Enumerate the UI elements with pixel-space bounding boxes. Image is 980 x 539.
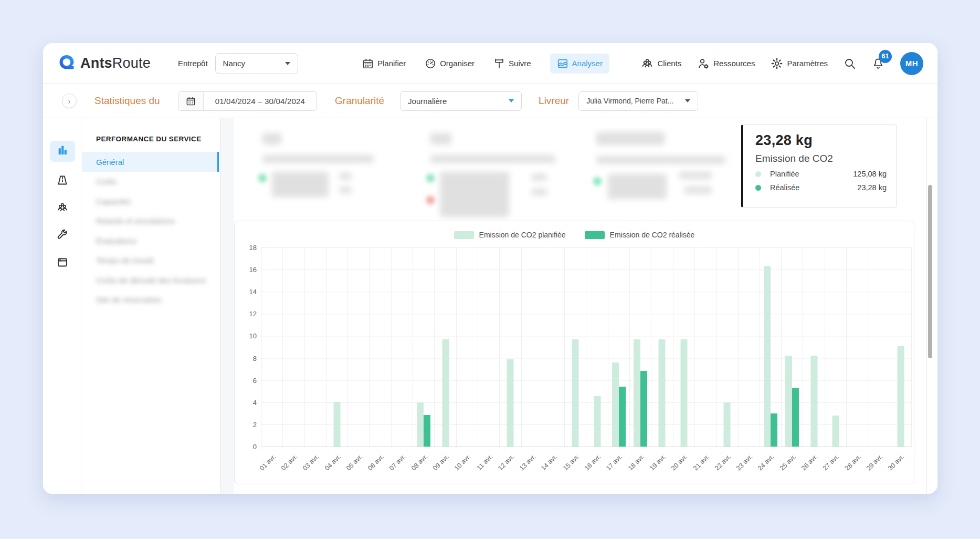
nav-item-clients[interactable]: Clients xyxy=(641,57,681,70)
brand-name: AntsRoute xyxy=(80,55,151,71)
chart-column-20: 20 avr. xyxy=(673,247,695,447)
kpi-card-blurred-2 xyxy=(427,129,585,215)
x-axis-tick-label: 01 avr. xyxy=(258,453,277,472)
x-axis-tick-label: 27 avr. xyxy=(821,453,840,472)
x-axis-tick-label: 16 avr. xyxy=(583,453,602,472)
sidebar-item-g-n-ral[interactable]: Général xyxy=(82,152,219,172)
x-axis-tick-label: 21 avr. xyxy=(692,453,711,472)
sidebar-menu: PERFORMANCE DU SERVICE GénéralCoûtsCapac… xyxy=(81,118,220,494)
warehouse-label: Entrepôt xyxy=(178,59,208,68)
bar-group xyxy=(724,402,731,447)
avatar[interactable]: MH xyxy=(900,52,923,75)
co2-legend-rows: Planifiée125,08 kgRéalisée23,28 kg xyxy=(755,170,887,192)
chart-legend-entry: Emission de CO2 planifiée xyxy=(454,231,566,239)
bar-planned[interactable] xyxy=(507,359,514,447)
bar-realized[interactable] xyxy=(771,413,777,447)
rail-item-box[interactable] xyxy=(50,253,75,274)
gauge-icon xyxy=(425,58,436,69)
granularity-value: Journalière xyxy=(408,97,447,106)
chart-plot-area: 18161412108642001 avr.02 avr.03 avr.04 a… xyxy=(261,247,912,447)
chevron-right-icon: › xyxy=(68,97,71,106)
nav-item-ressources[interactable]: Ressources xyxy=(697,57,755,70)
bar-planned[interactable] xyxy=(442,339,449,447)
search-button[interactable] xyxy=(844,57,856,70)
chart-column-17: 17 avr. xyxy=(608,247,630,447)
sidebar-item-co-ts-de-d-roul-des-livraisons[interactable]: Coûts de déroulé des livraisons xyxy=(82,270,219,290)
bar-planned[interactable] xyxy=(572,339,579,447)
sidebar-item-label: Général xyxy=(96,158,124,167)
collapse-panel-button[interactable]: › xyxy=(62,94,77,108)
bar-planned[interactable] xyxy=(810,356,817,447)
y-axis-tick-label: 4 xyxy=(253,398,257,406)
nav-item-parametres[interactable]: Paramètres xyxy=(771,57,828,70)
chart-column-02: 02 avr. xyxy=(283,247,304,447)
x-axis-tick-label: 04 avr. xyxy=(323,453,342,472)
x-axis-tick-label: 17 avr. xyxy=(605,453,624,472)
co2-title: Emission de CO2 xyxy=(755,153,887,164)
bar-planned[interactable] xyxy=(724,402,731,447)
nav-right-tabs: ClientsRessourcesParamètres xyxy=(641,57,828,70)
driver-select[interactable]: Julia Virmond, Pierre Pat... xyxy=(578,91,698,111)
bar-group xyxy=(507,359,514,447)
bar-planned[interactable] xyxy=(832,416,839,447)
bar-realized[interactable] xyxy=(640,371,647,447)
x-axis-tick-label: 07 avr. xyxy=(388,453,407,472)
sidebar-item-retards-et-annulations[interactable]: Retards et annulations xyxy=(82,211,219,231)
x-axis-tick-label: 12 avr. xyxy=(497,453,515,472)
scrollbar-thumb[interactable] xyxy=(928,185,932,358)
bar-chart-icon xyxy=(57,144,68,158)
sidebar-item-temps-de-travail[interactable]: Temps de travail xyxy=(82,251,219,271)
sidebar-item-site-de-r-servation[interactable]: Site de réservation xyxy=(82,290,219,310)
nav-item-planifier[interactable]: Planifier xyxy=(362,58,406,69)
chart-legend-entry: Emission de CO2 réalisée xyxy=(585,231,695,239)
rail-item-wrench[interactable] xyxy=(50,225,75,246)
nav-item-analyser[interactable]: Analyser xyxy=(550,54,609,74)
person-gear-icon xyxy=(697,57,710,70)
x-axis-tick-label: 19 avr. xyxy=(648,453,667,472)
bar-realized[interactable] xyxy=(619,387,626,447)
bar-planned[interactable] xyxy=(594,396,600,447)
bar-planned[interactable] xyxy=(334,402,341,447)
bar-planned[interactable] xyxy=(417,402,424,447)
bar-planned[interactable] xyxy=(634,339,640,447)
warehouse-select[interactable]: Nancy xyxy=(215,53,298,74)
chart-column-12: 12 avr. xyxy=(500,247,521,447)
x-axis-tick-label: 10 avr. xyxy=(453,453,472,472)
co2-row-réalisée: Réalisée23,28 kg xyxy=(755,183,887,192)
chevron-down-icon xyxy=(285,62,290,65)
nav-item-label: Analyser xyxy=(572,59,603,68)
granularity-select[interactable]: Journalière xyxy=(400,91,522,111)
rail-item-team[interactable] xyxy=(50,198,75,219)
date-range-picker[interactable]: 01/04/2024 – 30/04/2024 xyxy=(178,91,317,111)
nav-item-suivre[interactable]: Suivre xyxy=(493,58,531,69)
x-axis-tick-label: 29 avr. xyxy=(865,453,884,472)
bar-planned[interactable] xyxy=(659,339,666,447)
sidebar-item--valuations[interactable]: Évaluations xyxy=(82,231,219,251)
bar-planned[interactable] xyxy=(680,339,687,447)
warehouse-select-value: Nancy xyxy=(223,59,246,68)
sidebar-item-label: Capacités xyxy=(96,197,131,206)
y-axis-tick-label: 10 xyxy=(249,332,257,340)
notifications-button[interactable]: 61 xyxy=(872,57,884,70)
nav-item-organiser[interactable]: Organiser xyxy=(425,58,475,69)
sidebar-item-co-ts[interactable]: Coûts xyxy=(82,172,219,192)
sidebar-item-label: Retards et annulations xyxy=(96,216,175,225)
rail-item-bar-chart[interactable] xyxy=(50,141,75,162)
bar-planned[interactable] xyxy=(897,346,904,447)
bar-planned[interactable] xyxy=(785,356,792,447)
sidebar-section-title: PERFORMANCE DU SERVICE xyxy=(96,135,202,143)
bar-realized[interactable] xyxy=(424,415,430,447)
driver-label: Livreur xyxy=(539,95,569,107)
brand-logo[interactable]: AntsRoute xyxy=(58,54,151,74)
bar-group xyxy=(785,356,799,447)
nav-main-tabs: PlanifierOrganiserSuivreAnalyser xyxy=(362,43,609,84)
bar-realized[interactable] xyxy=(792,388,799,447)
bar-group xyxy=(612,362,626,447)
sidebar-item-capacit-s[interactable]: Capacités xyxy=(82,191,219,211)
chart-column-04: 04 avr. xyxy=(326,247,348,447)
bar-group xyxy=(764,266,777,447)
bar-planned[interactable] xyxy=(764,266,771,447)
chart-column-21: 21 avr. xyxy=(695,247,716,447)
bar-planned[interactable] xyxy=(612,362,619,447)
rail-item-road[interactable] xyxy=(50,171,75,192)
